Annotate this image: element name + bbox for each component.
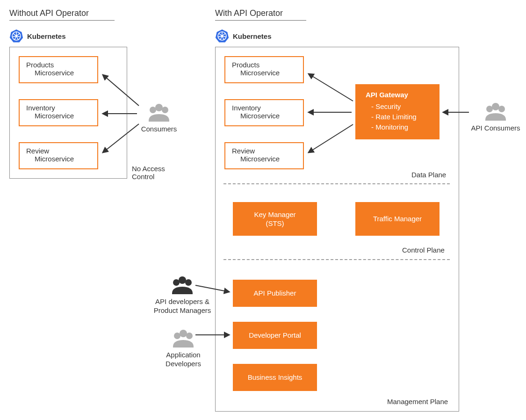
developer-portal-box: Developer Portal	[233, 322, 317, 349]
api-gateway-box: API Gateway - Security - Rate Limiting -…	[355, 84, 440, 139]
gateway-title: API Gateway	[366, 91, 431, 99]
ms-sub: Microservice	[232, 112, 297, 120]
users-icon	[170, 274, 195, 295]
divider-control-mgmt	[223, 259, 450, 260]
ms-sub: Microservice	[232, 69, 297, 77]
kubernetes-icon	[9, 29, 23, 43]
k8s-text-right: Kubernetes	[233, 32, 272, 40]
actor-dev-pm: API developers & Product Managers	[150, 274, 215, 315]
ms-review-right: Review Microservice	[224, 142, 304, 169]
ms-sub: Microservice	[26, 112, 92, 120]
ms-review-left: Review Microservice	[19, 142, 98, 169]
actor-app-dev-label: Application Developers	[155, 351, 211, 369]
ms-inventory-right: Inventory Microservice	[224, 99, 304, 126]
k8s-label-left: Kubernetes	[9, 29, 66, 43]
gateway-item: - Security	[366, 101, 431, 112]
key-manager-box: Key Manager (STS)	[233, 202, 317, 236]
ms-name: Products	[232, 61, 297, 69]
ms-name: Inventory	[232, 104, 297, 112]
data-plane-label: Data Plane	[411, 171, 446, 179]
kubernetes-icon	[215, 29, 229, 43]
actor-api-consumers-label: API Consumers	[470, 124, 521, 133]
ms-name: Review	[232, 147, 297, 155]
users-icon	[171, 327, 195, 348]
section-title-right: With API Operator	[215, 8, 306, 21]
actor-api-consumers: API Consumers	[470, 101, 521, 133]
ms-inventory-left: Inventory Microservice	[19, 99, 98, 126]
section-title-left: Without API Operator	[9, 8, 115, 21]
actor-consumers: Consumers	[138, 101, 180, 134]
gateway-item: - Monitoring	[366, 122, 431, 132]
ms-products-right: Products Microservice	[224, 56, 304, 83]
ms-name: Products	[26, 61, 92, 69]
k8s-label-right: Kubernetes	[215, 29, 272, 43]
ms-sub: Microservice	[232, 155, 297, 163]
gateway-item: - Rate Limiting	[366, 112, 431, 122]
business-insights-box: Business Insights	[233, 364, 317, 391]
api-publisher-box: API Publisher	[233, 280, 317, 307]
traffic-manager-box: Traffic Manager	[355, 202, 440, 236]
actor-consumers-label: Consumers	[138, 125, 180, 134]
k8s-text-left: Kubernetes	[27, 32, 66, 40]
actor-dev-pm-label: API developers & Product Managers	[150, 297, 215, 315]
divider-data-control	[223, 183, 450, 184]
ms-sub: Microservice	[26, 69, 92, 77]
ms-name: Review	[26, 147, 92, 155]
users-icon	[147, 101, 171, 122]
ms-products-left: Products Microservice	[19, 56, 98, 83]
no-access-control-label: No Access Control	[132, 165, 165, 181]
users-icon	[483, 101, 508, 121]
control-plane-label: Control Plane	[402, 246, 445, 254]
actor-app-dev: Application Developers	[155, 327, 211, 369]
ms-sub: Microservice	[26, 155, 92, 163]
ms-name: Inventory	[26, 104, 92, 112]
management-plane-label: Management Plane	[387, 398, 448, 406]
